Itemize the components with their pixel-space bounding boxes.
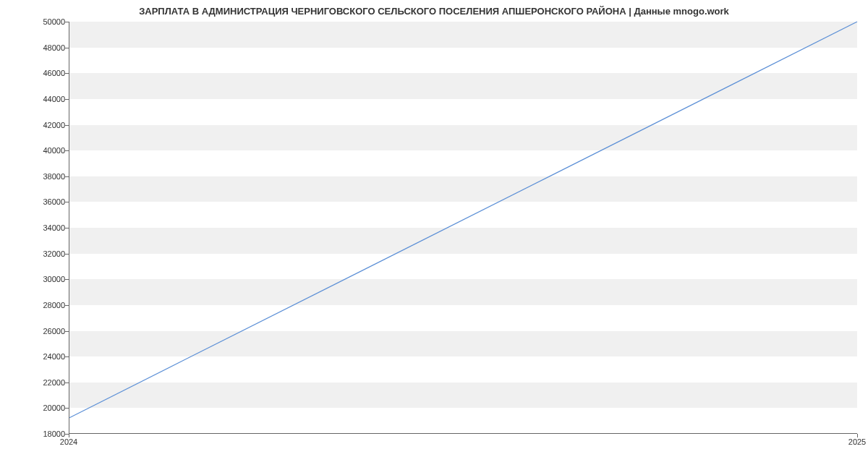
y-tick-label: 46000: [29, 69, 65, 77]
y-tick-label: 28000: [29, 301, 65, 309]
y-tick-label: 22000: [29, 378, 65, 387]
y-tick-label: 32000: [29, 249, 65, 258]
x-tick-label: 2024: [60, 437, 77, 446]
y-tick-label: 20000: [29, 403, 65, 412]
y-tick-label: 40000: [29, 146, 65, 155]
chart-container: ЗАРПЛАТА В АДМИНИСТРАЦИЯ ЧЕРНИГОВСКОГО С…: [0, 0, 868, 470]
y-tick-label: 36000: [29, 197, 65, 206]
plot-area: [69, 22, 857, 434]
y-tick-label: 50000: [29, 17, 65, 26]
y-tick-label: 30000: [29, 275, 65, 283]
chart-title: ЗАРПЛАТА В АДМИНИСТРАЦИЯ ЧЕРНИГОВСКОГО С…: [0, 6, 868, 17]
y-tick-label: 38000: [29, 172, 65, 181]
y-tick-label: 42000: [29, 121, 65, 129]
series-line: [69, 22, 857, 418]
y-tick-label: 26000: [29, 327, 65, 336]
y-tick-label: 24000: [29, 352, 65, 361]
x-tick-mark: [857, 434, 858, 437]
data-line: [69, 22, 857, 433]
x-tick-label: 2025: [848, 437, 866, 446]
x-tick-mark: [69, 434, 69, 437]
y-tick-label: 34000: [29, 223, 65, 232]
y-tick-label: 48000: [29, 43, 65, 52]
y-tick-label: 44000: [29, 95, 65, 103]
